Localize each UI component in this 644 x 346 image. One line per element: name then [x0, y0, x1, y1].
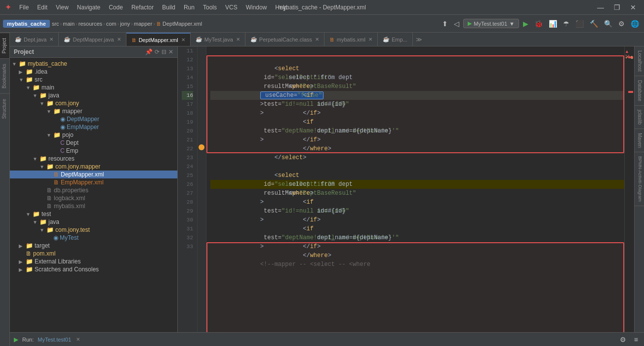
menu-view[interactable]: View: [53, 3, 72, 12]
pom-icon: 🗎: [26, 250, 32, 257]
tree-emp-class[interactable]: ▶ C Emp: [10, 147, 177, 155]
translate-button[interactable]: 🌐: [629, 19, 641, 29]
run-settings-button[interactable]: ⚙: [618, 335, 628, 345]
navigate-back-button[interactable]: ◁: [452, 19, 461, 29]
settings-button[interactable]: ⚙: [616, 19, 627, 29]
localhost-tab[interactable]: Localhost: [635, 46, 644, 76]
debug-button[interactable]: 🐞: [532, 19, 545, 29]
jclaslib-tab[interactable]: jclaslib: [635, 106, 644, 129]
menu-code[interactable]: Code: [106, 3, 126, 12]
tree-pom[interactable]: ▶ 🗎 pom.xml: [10, 250, 177, 258]
search-button[interactable]: 🔍: [602, 19, 614, 29]
expand-icon: ▼: [33, 93, 40, 98]
tab-close-perpetual[interactable]: ✕: [315, 37, 319, 42]
menu-file[interactable]: File: [16, 3, 32, 12]
collapse-all-button[interactable]: ⊟: [161, 48, 166, 55]
tree-item-label: mybatis_cache: [28, 60, 67, 67]
tree-empmapper-xml[interactable]: ▶ 🗎 EmpMapper.xml: [10, 178, 177, 186]
tree-db-properties[interactable]: ▶ 🗎 db.properties: [10, 186, 177, 194]
menu-navigate[interactable]: Navigate: [74, 3, 103, 12]
tree-external-libs[interactable]: ▶ 📁 External Libraries: [10, 258, 177, 265]
tab-deptmapper-java[interactable]: ☕ DeptMapper.java ✕: [59, 33, 126, 46]
code-lines[interactable]: <select id="selectDeptList" resultMap="D…: [206, 46, 624, 332]
tab-close-deptmapper[interactable]: ✕: [117, 37, 121, 42]
sync-button[interactable]: ⟳: [155, 48, 160, 55]
maximize-button[interactable]: ❐: [611, 2, 623, 12]
pin-panel-button[interactable]: 📌: [145, 48, 153, 55]
tree-idea[interactable]: ▶ 📁 .idea: [10, 68, 177, 76]
run-button[interactable]: ▶: [521, 19, 530, 29]
tree-src[interactable]: ▼ 📁 src: [10, 76, 177, 84]
bookmarks-tab[interactable]: Bookmarks: [0, 58, 9, 93]
run-more-button[interactable]: ≡: [632, 335, 640, 345]
coverage-button[interactable]: ☂: [561, 19, 571, 29]
menu-edit[interactable]: Edit: [34, 3, 50, 12]
folder-icon: 📁: [33, 211, 40, 217]
tab-emp[interactable]: ☕ Emp...: [378, 33, 413, 46]
tree-scratches[interactable]: ▶ 📁 Scratches and Consoles: [10, 265, 177, 273]
code-editor[interactable]: 11 12 13 14 15 16 17 18 19 20 21 22 23 2…: [178, 46, 644, 332]
tab-dept-java[interactable]: ☕ Dept.java ✕: [10, 33, 59, 46]
menu-vcs[interactable]: VCS: [222, 3, 241, 12]
close-panel-button[interactable]: ✕: [168, 48, 173, 55]
bpmn-tab[interactable]: BPMN-Activiti-Diagram: [635, 152, 644, 206]
run-config-label: MyTest.test01: [474, 21, 507, 27]
editor-with-right: Project 📌 ⟳ ⊟ ✕ ▼ 📁 mybatis_cache: [10, 46, 644, 332]
tree-logback-xml[interactable]: ▶ 🗎 logback.xml: [10, 194, 177, 202]
tree-empmapper-java[interactable]: ▶ ◉ EmpMapper: [10, 123, 177, 131]
tab-mybatis-xml[interactable]: 🗎 mybatis.xml ✕: [324, 33, 378, 46]
run-config-selector[interactable]: ▶ MyTest.test01 ▼: [463, 19, 519, 28]
file-tree: ▼ 📁 mybatis_cache ▶ 📁 .idea ▼ 📁 src: [10, 58, 177, 332]
tab-deptmapper-xml[interactable]: 🗎 DeptMapper.xml ✕: [126, 33, 191, 46]
tree-com-jony[interactable]: ▼ 📁 com.jony: [10, 99, 177, 107]
tab-close-dept[interactable]: ✕: [49, 37, 53, 42]
expand-icon: ▼: [46, 132, 53, 138]
project-tab[interactable]: Project: [0, 33, 9, 58]
tree-java[interactable]: ▼ 📁 java: [10, 91, 177, 99]
run-config-name[interactable]: MyTest.test01: [38, 337, 71, 343]
tab-close-mybatis[interactable]: ✕: [368, 37, 372, 42]
tree-test-folder[interactable]: ▼ 📁 test: [10, 210, 177, 218]
stop-button[interactable]: ⬛: [573, 19, 586, 29]
tree-deptmapper-xml[interactable]: ▶ 🗎 DeptMapper.xml: [10, 171, 177, 178]
menu-window[interactable]: Window: [243, 3, 270, 12]
minimize-button[interactable]: —: [594, 2, 607, 12]
tree-test-java[interactable]: ▼ 📁 java: [10, 218, 177, 226]
menu-tools[interactable]: Tools: [200, 3, 220, 12]
tree-target[interactable]: ▶ 📁 target: [10, 242, 177, 250]
tab-mytest-java[interactable]: ☕ MyTest.java ✕: [191, 33, 245, 46]
tree-com-jony-test[interactable]: ▼ 📁 com.jony.test: [10, 226, 177, 234]
tree-com-jony-mapper[interactable]: ▼ 📁 com.jony.mapper: [10, 163, 177, 171]
menu-refactor[interactable]: Refactor: [128, 3, 157, 12]
tab-close-xml[interactable]: ✕: [181, 37, 185, 43]
tab-overflow-button[interactable]: ≫: [413, 36, 425, 43]
tree-mapper[interactable]: ▼ 📁 mapper: [10, 107, 177, 115]
tree-root[interactable]: ▼ 📁 mybatis_cache: [10, 60, 177, 68]
close-button[interactable]: ✕: [627, 2, 639, 12]
vcs-update-button[interactable]: ⬆: [440, 19, 450, 29]
run-config-dropdown-icon[interactable]: ▼: [509, 21, 515, 27]
folder-icon: 📁: [26, 266, 33, 273]
run-tab-close[interactable]: ✕: [76, 337, 80, 342]
tree-mytest[interactable]: ▶ ◉ MyTest: [10, 234, 177, 242]
expand-icon: ▼: [40, 101, 46, 106]
menu-build[interactable]: Build: [159, 3, 178, 12]
database-tab[interactable]: Database: [635, 76, 644, 106]
maven-tab[interactable]: Maven: [635, 129, 644, 152]
expand-icon: ▶: [19, 243, 26, 249]
tab-perpetual-class[interactable]: ☕ PerpetualCache.class ✕: [245, 33, 324, 46]
expand-icon: ▶: [19, 259, 26, 264]
structure-tab[interactable]: Structure: [0, 93, 9, 124]
profile-button[interactable]: 📊: [547, 19, 559, 29]
build-button[interactable]: 🔨: [588, 19, 600, 29]
tab-icon: 🗎: [329, 37, 335, 43]
tree-main[interactable]: ▼ 📁 main: [10, 84, 177, 91]
tree-deptmapper-java[interactable]: ▶ ◉ DeptMapper: [10, 115, 177, 123]
tree-pojo[interactable]: ▼ 📁 pojo: [10, 131, 177, 139]
tree-mybatis-xml[interactable]: ▶ 🗎 mybatis.xml: [10, 202, 177, 210]
tree-resources[interactable]: ▼ 📁 resources: [10, 155, 177, 163]
tree-dept-class[interactable]: ▶ C Dept: [10, 139, 177, 147]
tab-close-mytest[interactable]: ✕: [236, 37, 240, 42]
tree-item-label: com.jony.test: [55, 226, 90, 233]
menu-run[interactable]: Run: [181, 3, 198, 12]
